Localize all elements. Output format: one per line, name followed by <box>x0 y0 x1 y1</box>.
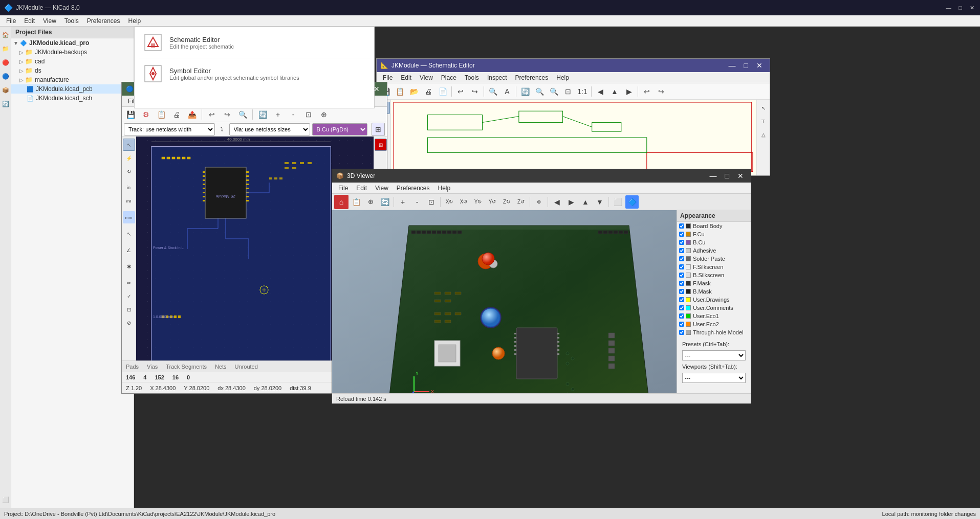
pcb-route-btn[interactable]: ⚡ <box>123 152 135 164</box>
layer-bsilkscreen[interactable]: B.Silkscreen <box>677 271 751 279</box>
sch-undoline-btn[interactable]: ↩ <box>640 85 654 98</box>
sch-menu-tools[interactable]: Tools <box>461 72 483 83</box>
layer-checkbox[interactable] <box>679 305 684 310</box>
v3d-home-btn[interactable]: ⌂ <box>334 195 349 209</box>
v3d-rot-z-btn[interactable]: Z↻ <box>500 195 513 209</box>
layer-user-drawings[interactable]: User.Drawings <box>677 296 751 304</box>
viewer-menu-edit[interactable]: Edit <box>352 183 371 194</box>
v3d-zoomfit-btn[interactable]: ⊡ <box>425 195 438 209</box>
pcb-zoomin-btn[interactable]: + <box>271 108 285 121</box>
sch-rt-btn1[interactable]: ↖ <box>757 102 770 114</box>
pcb-output-btn[interactable]: 📤 <box>185 108 199 121</box>
viewer-menu-prefs[interactable]: Preferences <box>393 183 434 194</box>
layer-solder-paste[interactable]: Solder Paste <box>677 255 751 263</box>
minimize-button[interactable]: — <box>945 4 952 12</box>
v3d-down-btn[interactable]: ▼ <box>593 195 606 209</box>
sch-print-btn[interactable]: 🖨 <box>422 85 435 98</box>
pcb-zoomout-btn[interactable]: - <box>287 108 300 121</box>
menu-help[interactable]: Help <box>124 15 145 27</box>
sch-menu-place[interactable]: Place <box>437 72 461 83</box>
viewports-select[interactable]: --- <box>682 373 746 383</box>
viewer3d-tool-btn[interactable]: 📦 <box>0 84 12 96</box>
v3d-rot-zr-btn[interactable]: Z↺ <box>514 195 528 209</box>
layer-adhesive[interactable]: Adhesive <box>677 246 751 255</box>
pcb-zoom100-btn[interactable]: ⊕ <box>317 108 331 121</box>
pcb-mil-btn[interactable]: mil <box>123 195 135 207</box>
viewer-close-btn[interactable]: ✕ <box>734 172 747 180</box>
track-width-dropdown[interactable]: Track: use netclass width <box>124 123 215 136</box>
v3d-left-btn[interactable]: ◀ <box>550 195 563 209</box>
sch-new-btn[interactable]: 📋 <box>393 85 406 98</box>
pcb-mm-btn[interactable]: mm <box>123 211 135 223</box>
layer-checkbox[interactable] <box>679 313 684 319</box>
layer-user-comments[interactable]: User.Comments <box>677 304 751 312</box>
sch-back-btn[interactable]: ◀ <box>594 85 607 98</box>
layer-user-eco1[interactable]: User.Eco1 <box>677 312 751 320</box>
menu-edit[interactable]: Edit <box>20 15 39 27</box>
layer-through-hole[interactable]: Through-hole Model <box>677 328 751 336</box>
v3d-refresh-btn[interactable]: 🔄 <box>378 195 391 209</box>
sch-menu-edit[interactable]: Edit <box>397 72 416 83</box>
tree-item-sch[interactable]: 📄 JKModule.kicad_sch <box>11 94 134 103</box>
pcb-drc-btn[interactable]: ✓ <box>123 290 135 302</box>
sch-fwd-btn[interactable]: ▶ <box>622 85 636 98</box>
sch-undo-btn[interactable]: ↩ <box>454 85 467 98</box>
close-button[interactable]: ✕ <box>968 4 976 12</box>
v3d-zoomin-btn[interactable]: + <box>396 195 409 209</box>
settings-tool-btn[interactable]: ⬜ <box>0 493 12 506</box>
v3d-orbit-btn[interactable]: ⊕ <box>364 195 377 209</box>
tree-item-pcb[interactable]: 🟦 JKModule.kicad_pcb <box>11 84 134 94</box>
pcb-cursor-btn[interactable]: ↖ <box>123 228 135 240</box>
v3d-cross-btn[interactable]: ⊗ <box>532 195 546 209</box>
layer-bmask[interactable]: B.Mask <box>677 287 751 296</box>
menu-tools[interactable]: Tools <box>60 15 83 27</box>
sch-search-btn[interactable]: 🔍 <box>486 85 499 98</box>
menu-view[interactable]: View <box>39 15 60 27</box>
layer-dropdown[interactable]: B.Cu (PgDn) <box>312 123 368 136</box>
menu-preferences[interactable]: Preferences <box>83 15 124 27</box>
viewer-min-btn[interactable]: — <box>707 172 720 180</box>
sch-menu-view[interactable]: View <box>416 72 437 83</box>
pcb-pencil-btn[interactable]: ✏ <box>123 277 135 289</box>
layer-checkbox[interactable] <box>679 297 684 302</box>
sch-redo-btn[interactable]: ↪ <box>468 85 482 98</box>
pcb-rotate-btn[interactable]: ↻ <box>123 165 135 177</box>
sch-zoomin-btn[interactable]: 🔍 <box>533 85 546 98</box>
layer-checkbox[interactable] <box>679 330 684 335</box>
sch-zoom100-btn[interactable]: 1:1 <box>576 85 589 98</box>
viewer-menu-help[interactable]: Help <box>434 183 455 194</box>
sch-refresh-btn[interactable]: 🔄 <box>518 85 532 98</box>
layer-fmask[interactable]: F.Mask <box>677 279 751 287</box>
layer-fcu[interactable]: F.Cu <box>677 230 751 238</box>
sch-up-btn[interactable]: ▲ <box>608 85 621 98</box>
scripting-tool-btn[interactable]: 🔄 <box>0 98 12 110</box>
v3d-rot-xr-btn[interactable]: X↺ <box>457 195 470 209</box>
sch-open-btn[interactable]: 📂 <box>407 85 421 98</box>
sch-zoomfit-btn[interactable]: ⊡ <box>561 85 575 98</box>
pcb-rt-layers[interactable]: ⊞ <box>375 139 387 151</box>
pcb-save-btn[interactable]: 💾 <box>124 108 137 121</box>
v3d-rot-y-btn[interactable]: Y↻ <box>471 195 485 209</box>
layer-checkbox[interactable] <box>679 264 684 269</box>
sch-text-btn[interactable]: A <box>500 85 514 98</box>
layer-checkbox[interactable] <box>679 322 684 327</box>
viewer-3d-canvas[interactable]: X Y Z <box>332 210 677 393</box>
tree-root[interactable]: ▼ 🔷 JKModule.kicad_pro <box>11 38 134 48</box>
interactive-router-btn[interactable]: ⤵ <box>217 124 227 134</box>
pcb-search-btn[interactable]: 🔍 <box>236 108 249 121</box>
layer-checkbox[interactable] <box>679 273 684 278</box>
layer-board-body[interactable]: Board Body <box>677 222 751 230</box>
sch-rt-btn3[interactable]: △ <box>757 128 770 141</box>
v3d-right-btn[interactable]: ▶ <box>564 195 578 209</box>
pcb-select-btn[interactable]: ↖ <box>123 139 135 151</box>
schematic-editor-launcher[interactable]: Schematic Editor Edit the project schema… <box>135 27 374 58</box>
pcb-more2-btn[interactable]: ⊘ <box>123 317 135 329</box>
pcb-config-btn[interactable]: ⚙ <box>139 108 153 121</box>
v3d-up-btn[interactable]: ▲ <box>579 195 592 209</box>
tree-item-backups[interactable]: ▷ 📁 JKModule-backups <box>11 48 134 57</box>
sch-copy-btn[interactable]: 📄 <box>436 85 449 98</box>
layer-checkbox[interactable] <box>679 223 684 229</box>
via-size-dropdown[interactable]: Via: use netclass sizes <box>229 123 310 136</box>
sch-min-btn[interactable]: — <box>726 61 739 70</box>
sch-menu-help[interactable]: Help <box>552 72 573 83</box>
